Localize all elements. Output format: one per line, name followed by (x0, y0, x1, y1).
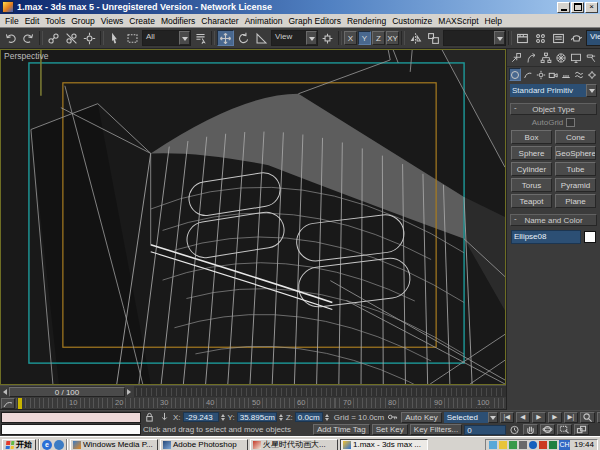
track-bar-ruler[interactable]: 10 20 30 40 50 60 70 80 90 100 (16, 398, 506, 408)
min-max-toggle-button[interactable] (574, 424, 589, 435)
tab-modify[interactable] (525, 51, 538, 65)
category-shapes[interactable] (522, 68, 534, 81)
key-mode-combo[interactable]: Selected (444, 412, 498, 423)
language-indicator[interactable]: CH (559, 440, 570, 450)
task-windows-media-player[interactable]: Windows Media P... (70, 439, 158, 450)
add-time-tag-button[interactable]: Add Time Tag (313, 424, 370, 435)
unlink-selection-button[interactable] (63, 30, 80, 46)
mirror-button[interactable] (407, 30, 424, 46)
pyramid-button[interactable]: Pyramid (555, 178, 596, 192)
y-coordinate-field[interactable]: 35.895cm (237, 412, 277, 422)
category-systems[interactable] (586, 68, 598, 81)
category-lights[interactable] (535, 68, 547, 81)
set-key-button[interactable]: Set Key (372, 424, 408, 435)
perspective-viewport[interactable]: Perspective (0, 49, 506, 385)
axis-constraint-z-button[interactable]: Z (372, 31, 385, 45)
tray-display-icon[interactable] (519, 441, 527, 449)
box-button[interactable]: Box (511, 130, 552, 144)
z-coordinate-field[interactable]: 0.0cm (295, 412, 323, 422)
maxscript-macro-recorder-field[interactable] (1, 412, 141, 423)
dropdown-arrow-icon[interactable] (306, 31, 317, 45)
menu-modifiers[interactable]: Modifiers (158, 16, 198, 26)
previous-frame-button[interactable]: ◀ (516, 412, 530, 423)
menu-views[interactable]: Views (98, 16, 127, 26)
name-color-rollout[interactable]: - Name and Color (510, 214, 597, 226)
quick-launch-ie-icon[interactable]: e (42, 440, 52, 450)
render-scene-button[interactable] (514, 30, 531, 46)
dropdown-arrow-icon[interactable] (179, 31, 190, 45)
tray-upload-icon[interactable] (509, 441, 517, 449)
menu-maxscript[interactable]: MAXScript (435, 16, 481, 26)
zoom-button[interactable] (580, 412, 595, 423)
region-zoom-button[interactable] (557, 424, 572, 435)
align-button[interactable] (425, 30, 442, 46)
start-button[interactable]: 开始 (2, 439, 36, 450)
arc-rotate-button[interactable] (540, 424, 555, 435)
autogrid-checkbox[interactable] (566, 118, 575, 127)
key-filters-button[interactable]: Key Filters... (410, 424, 462, 435)
auto-key-button[interactable]: Auto Key (401, 412, 441, 423)
pan-button[interactable] (523, 424, 538, 435)
render-type-combo[interactable]: View (586, 30, 600, 46)
time-slider-right-arrow[interactable] (125, 386, 134, 397)
quick-render-button[interactable] (568, 30, 585, 46)
undo-button[interactable] (2, 30, 19, 46)
use-pivot-center-button[interactable] (319, 30, 336, 46)
select-and-rotate-button[interactable] (235, 30, 252, 46)
tab-hierarchy[interactable] (540, 51, 553, 65)
menu-file[interactable]: File (2, 16, 22, 26)
selection-filter-combo[interactable]: All (142, 30, 191, 46)
bind-to-space-warp-button[interactable] (81, 30, 98, 46)
task-adobe-photoshop[interactable]: Adobe Photoshop (160, 439, 248, 450)
menu-edit[interactable]: Edit (22, 16, 43, 26)
category-geometry[interactable] (509, 68, 521, 81)
menu-graph-editors[interactable]: Graph Editors (286, 16, 344, 26)
z-spinner[interactable] (325, 412, 330, 423)
tray-network-icon[interactable] (549, 441, 557, 449)
menu-group[interactable]: Group (68, 16, 98, 26)
tray-volume-icon[interactable] (499, 441, 507, 449)
plane-button[interactable]: Plane (555, 194, 596, 208)
track-bar[interactable]: 10 20 30 40 50 60 70 80 90 100 (0, 397, 506, 410)
dropdown-arrow-icon[interactable] (494, 31, 505, 45)
subcategory-dropdown[interactable]: Standard Primitiv (510, 84, 597, 97)
axis-constraint-xy-button[interactable]: XY (386, 31, 399, 45)
time-slider-left-arrow[interactable] (0, 386, 9, 397)
tab-motion[interactable] (554, 51, 567, 65)
go-to-start-button[interactable]: |◀ (500, 412, 514, 423)
time-slider-handle[interactable]: 0 / 100 (9, 387, 125, 397)
restore-button[interactable] (571, 2, 584, 13)
tray-qq-icon[interactable] (529, 441, 537, 449)
dropdown-arrow-icon[interactable] (586, 84, 597, 97)
selection-lock-toggle[interactable] (143, 412, 156, 423)
teapot-button[interactable]: Teapot (511, 194, 552, 208)
axis-constraint-x-button[interactable]: X (344, 31, 357, 45)
tube-button[interactable]: Tube (555, 162, 596, 176)
menu-rendering[interactable]: Rendering (344, 16, 389, 26)
y-spinner[interactable] (279, 412, 284, 423)
current-frame-marker[interactable] (18, 398, 22, 409)
menu-create[interactable]: Create (126, 16, 158, 26)
object-name-field[interactable]: Ellipse08 (511, 230, 581, 244)
task-3ds-max[interactable]: 1.max - 3ds max ... (340, 439, 428, 450)
time-slider[interactable]: 0 / 100 (0, 385, 506, 397)
open-mini-curve-editor-button[interactable] (1, 398, 15, 409)
go-to-end-button[interactable]: ▶| (564, 412, 578, 423)
current-frame-field[interactable]: 0 (464, 425, 506, 435)
redo-button[interactable] (20, 30, 37, 46)
tab-utilities[interactable] (584, 51, 597, 65)
category-space-warps[interactable] (573, 68, 585, 81)
maxscript-mini-listener-field[interactable] (1, 424, 141, 435)
render-effects-button[interactable] (532, 30, 549, 46)
named-selection-sets-combo[interactable] (443, 30, 506, 46)
select-and-link-button[interactable] (45, 30, 62, 46)
menu-tools[interactable]: Tools (42, 16, 68, 26)
reference-coordinate-combo[interactable]: View (271, 30, 318, 46)
time-slider-groove[interactable] (136, 388, 504, 396)
cone-button[interactable]: Cone (555, 130, 596, 144)
viewport-label[interactable]: Perspective (4, 51, 48, 61)
select-by-name-button[interactable] (192, 30, 209, 46)
render-last-button[interactable] (550, 30, 567, 46)
geosphere-button[interactable]: GeoSphere (555, 146, 596, 160)
x-coordinate-field[interactable]: -29.243 (183, 412, 219, 422)
